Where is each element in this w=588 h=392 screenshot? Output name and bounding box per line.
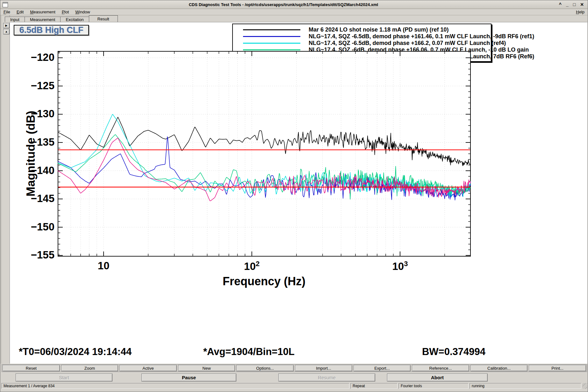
y-tick-label: −120 (10, 52, 54, 63)
menu-file[interactable]: File (4, 10, 10, 14)
tab-result[interactable]: Result (89, 15, 118, 22)
pad-next-button[interactable]: ▶ (3, 23, 10, 28)
plot-frame (58, 51, 470, 256)
legend-line-sample (243, 36, 300, 37)
legend-line-sample (243, 43, 300, 44)
app-icon[interactable] (3, 2, 8, 7)
menu-measurement[interactable]: Measurement (30, 10, 55, 14)
plot-canvas[interactable] (58, 51, 471, 257)
tab-measurement[interactable]: Measurement (25, 17, 61, 22)
status-repeat: Repeat (350, 383, 398, 389)
y-tick-label: −130 (10, 108, 54, 120)
arrow-right-icon: ▶ (5, 24, 8, 27)
menu-edit[interactable]: Edit (17, 10, 24, 14)
print-button[interactable]: Print... (529, 365, 586, 371)
pause-button[interactable]: Pause (141, 374, 236, 381)
pad-up-button[interactable]: ▲ (3, 29, 10, 34)
app-window: CDS Diagnostic Test Tools - /opt/rtcds/u… (0, 0, 588, 392)
menu-help[interactable]: Help (576, 10, 584, 14)
t0-annotation: *T0=06/03/2024 19:14:44 (19, 346, 132, 358)
options-button[interactable]: Options... (236, 365, 294, 371)
bw-annotation: BW=0.374994 (422, 346, 485, 358)
legend-row: NLG~17.4, SQZ -6.5dB, demod phase +166.2… (233, 40, 491, 47)
status-tools: Fourier tools (398, 383, 469, 389)
window-title: CDS Diagnostic Test Tools - /opt/rtcds/u… (8, 2, 559, 7)
active-button[interactable]: Active (119, 365, 177, 371)
status-measurement: Measurement 1 / Average 834 (1, 383, 349, 389)
legend-row: Mar 6 2024 LO shot noise 1.18 mA (PD sum… (233, 26, 491, 33)
avg-annotation: *Avg=1904/Bin=10L (203, 346, 295, 358)
resize-grip[interactable] (582, 383, 587, 389)
calibration-button[interactable]: Calibration... (470, 365, 528, 371)
title-bar: CDS Diagnostic Test Tools - /opt/rtcds/u… (0, 0, 588, 9)
result-page: 6.5dB High CLF Mar 6 2024 LO shot noise … (10, 22, 587, 364)
export-button[interactable]: Export... (354, 365, 411, 371)
pad-nav-strip: ▶ ▲ (0, 15, 10, 364)
reference-button[interactable]: Reference... (412, 365, 469, 371)
y-tick-label: −125 (10, 80, 54, 91)
menu-plot[interactable]: Plot (62, 10, 69, 14)
close-button[interactable]: ✕ (580, 2, 584, 7)
y-tick-label: −135 (10, 136, 54, 148)
y-tick-label: −150 (10, 221, 54, 233)
arrow-up-icon: ▲ (5, 30, 8, 33)
x-tick-label: 102 (244, 260, 260, 272)
pad-title-text: 6.5dB High CLF (19, 25, 83, 35)
y-tick-label: −145 (10, 193, 54, 204)
legend-label: NLG~17.4, SQZ -6.5dB, demod phase +161.4… (309, 33, 534, 40)
legend-label: NLG~17.4, SQZ -6.5dB, demod phase +166.2… (309, 40, 506, 47)
abort-button[interactable]: Abort (387, 374, 488, 381)
maximize-button[interactable]: □ (573, 2, 576, 7)
resume-button: Resume (278, 374, 375, 381)
zoom-button[interactable]: Zoom (61, 365, 118, 371)
y-tick-label: −140 (10, 165, 54, 176)
start-button: Start (16, 374, 112, 381)
x-tick-label: 10 (98, 260, 110, 272)
tab-bar: InputMeasurementExcitationResult (5, 15, 118, 22)
minimize-button[interactable]: _ (566, 2, 569, 7)
legend-label: Mar 6 2024 LO shot noise 1.18 mA (PD sum… (309, 26, 448, 33)
plot-toolbar: ResetZoomActiveNewOptions...Import...Exp… (2, 364, 587, 372)
window-controls: ^_□✕ (559, 2, 584, 7)
x-tick-label: 103 (392, 260, 408, 272)
status-state: running (470, 383, 581, 389)
pad-title-box[interactable]: 6.5dB High CLF (14, 25, 89, 35)
tab-input[interactable]: Input (5, 17, 25, 22)
menu-bar: FileEditMeasurementPlotWindowHelp (0, 9, 588, 15)
x-axis-label: Frequency (Hz) (223, 275, 305, 288)
status-bar: Measurement 1 / Average 834 Repeat Fouri… (1, 383, 587, 389)
shade-button[interactable]: ^ (559, 2, 562, 7)
menu-window[interactable]: Window (75, 10, 90, 14)
legend-line-sample (243, 49, 300, 50)
legend-row: NLG~17.4, SQZ -6.5dB, demod phase +161.4… (233, 33, 491, 40)
legend-line-sample (243, 29, 300, 30)
new-button[interactable]: New (178, 365, 235, 371)
reset-button[interactable]: Reset (3, 365, 60, 371)
import-button[interactable]: Import... (295, 365, 352, 371)
y-axis-label: Magnitude (dB) (24, 111, 38, 196)
tab-excitation[interactable]: Excitation (60, 17, 89, 22)
spectrum-plot[interactable] (58, 51, 471, 257)
y-tick-label: −155 (10, 249, 54, 261)
